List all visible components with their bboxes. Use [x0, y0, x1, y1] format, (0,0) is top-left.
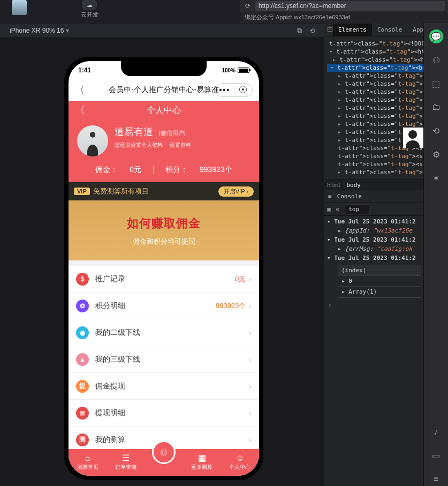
copy-icon[interactable]: ⧉ — [297, 26, 302, 35]
link-icon[interactable]: ⟲ — [429, 124, 443, 138]
status-battery: 100% — [222, 68, 249, 73]
app-back-icon[interactable]: 〈 — [74, 102, 86, 118]
menu-item-4[interactable]: 提佣金提现› — [69, 373, 259, 400]
url-text: http://cs1.ysef.cn/?ac=member — [259, 2, 346, 10]
promo-banner[interactable]: 如何赚取佣金 佣金和积分均可提现 — [69, 200, 259, 260]
tabbar-label: 测算首页 — [77, 463, 98, 471]
mp-capsule[interactable]: ••• — [215, 83, 253, 97]
chevron-right-icon: › — [249, 302, 252, 310]
box-icon[interactable]: ⬚ — [429, 77, 443, 91]
menu-icon: $ — [76, 273, 89, 286]
menu-label: 积分明细 — [95, 301, 125, 311]
star-icon[interactable]: ✶ — [429, 171, 443, 185]
points-value: 993923个 — [200, 165, 232, 175]
menu-icon: 测 — [76, 433, 89, 446]
menu-label: 提现明细 — [95, 408, 125, 418]
chevron-right-icon: › — [249, 355, 252, 364]
tabbar-center-button[interactable]: ☺ — [152, 440, 176, 464]
tabbar: ☺ ⌂测算首页☰订单查询▦更多测算☺个人中心 — [69, 449, 259, 476]
console-stop-icon[interactable]: ⊘ — [336, 205, 340, 213]
project-thumb[interactable] — [12, 0, 27, 15]
menu-label: 我的二级下线 — [95, 328, 140, 338]
url-bar: ⟳ http://cs1.ysef.cn/?ac=member — [240, 0, 448, 12]
console-context[interactable]: top — [345, 204, 369, 214]
vip-bar[interactable]: VIP 免费测算所有项目 开启VIP › — [69, 182, 259, 200]
tabbar-item-0[interactable]: ⌂测算首页 — [69, 449, 107, 476]
commission-value: 0元 — [130, 165, 141, 175]
promo-title: 如何赚取佣金 — [69, 215, 259, 231]
profile-name: 道易有道 — [115, 126, 153, 137]
points-label: 积分： — [165, 165, 188, 175]
status-time: 1:41 — [78, 66, 91, 74]
breadcrumb-html[interactable]: html — [327, 181, 341, 189]
appid-line: 绑定公众号 Appid: wx13acf26e1e6933ef — [240, 12, 448, 23]
chevron-right-icon: › — [249, 436, 252, 444]
cloud-icon: ☁ — [82, 0, 97, 10]
phone-icon[interactable]: ▭ — [429, 448, 443, 462]
menu-item-1[interactable]: ✿积分明细993923个› — [69, 293, 259, 319]
console-menu-icon[interactable]: ≡ — [328, 192, 332, 200]
profile-tag: [微信用户] — [158, 130, 185, 136]
folder-icon[interactable]: 🗀 — [429, 100, 443, 114]
console-clear-icon[interactable]: ▣ — [327, 205, 331, 213]
tabbar-icon: ▦ — [198, 454, 206, 462]
menu-icon: 提 — [76, 380, 89, 393]
menu-icon: ≣ — [76, 407, 89, 420]
tabbar-label: 订单查询 — [115, 463, 136, 471]
menu-item-5[interactable]: ≣提现明细› — [69, 400, 259, 427]
console-body[interactable]: ▾ Tue Jul 25 2023 01:41:2▸ {appId: "wx13… — [324, 216, 423, 311]
tab-console[interactable]: Console — [372, 24, 407, 36]
dom-tree[interactable]: t-attr">class="t-tag"><!DOCTYPE html>t-a… — [324, 36, 423, 180]
tabbar-item-1[interactable]: ☰订单查询 — [107, 449, 145, 476]
chat-icon[interactable]: 💬 — [429, 29, 443, 43]
avatar[interactable] — [77, 125, 108, 156]
promo-sub: 佣金和积分均可提现 — [69, 237, 259, 246]
menu-icon: ◉ — [76, 326, 89, 339]
music-icon[interactable]: ♪ — [429, 425, 443, 439]
tabbar-item-4[interactable]: ☺个人中心 — [221, 449, 259, 476]
floating-avatar[interactable] — [403, 128, 423, 148]
activity-bar: 💬 ⚇ ⬚ 🗀 ⟲ ⚙ ✶ ♪ ▭ ≡ — [423, 23, 448, 486]
dom-breadcrumb[interactable]: htmlbody — [324, 180, 423, 190]
capsule-menu-icon[interactable]: ••• — [216, 86, 234, 94]
menu-label: 我的测算 — [95, 435, 125, 445]
menu-value: 0元 — [235, 274, 246, 284]
vip-open-button[interactable]: 开启VIP › — [218, 186, 254, 197]
rotate-icon[interactable]: ⟲ — [309, 27, 315, 35]
tab-elements[interactable]: Elements — [333, 24, 372, 36]
chevron-right-icon: › — [249, 275, 252, 283]
cloud-dev-button[interactable]: ☁ 云开发 — [79, 0, 100, 21]
capsule-close-icon[interactable] — [234, 86, 253, 95]
menu-label: 推广记录 — [95, 274, 125, 284]
chevron-right-icon: › — [249, 409, 252, 417]
app-title: 个人中心 — [147, 105, 181, 116]
device-picker[interactable]: iPhone XR 90% 16 — [10, 27, 69, 34]
more-icon[interactable]: ≡ — [429, 472, 443, 486]
menu-item-3[interactable]: ▲我的三级下线› — [69, 346, 259, 373]
tabbar-icon: ⌂ — [85, 454, 90, 462]
tabbar-label: 更多测算 — [191, 463, 212, 471]
console-header: Console — [337, 192, 362, 200]
menu-label: 佣金提现 — [95, 382, 125, 391]
tabbar-icon: ☰ — [122, 454, 130, 462]
menu-label: 我的三级下线 — [95, 355, 140, 364]
tabbar-item-3[interactable]: ▦更多测算 — [183, 449, 221, 476]
menu-item-2[interactable]: ◉我的二级下线› — [69, 319, 259, 346]
inspect-icon[interactable]: ⮹ — [327, 26, 333, 34]
vip-text: 免费测算所有项目 — [93, 186, 149, 196]
mp-back-icon[interactable]: 〈 — [75, 84, 85, 96]
menu-icon: ✿ — [76, 300, 89, 312]
url-input[interactable]: http://cs1.ysef.cn/?ac=member — [255, 1, 445, 11]
profile-tip: 您还未设置个人资料 — [115, 142, 163, 148]
vip-badge: VIP — [74, 188, 90, 195]
menu-value: 993923个 — [216, 301, 246, 311]
menu-item-0[interactable]: $推广记录0元› — [69, 266, 259, 293]
cloud-label: 云开发 — [79, 11, 100, 19]
edit-profile-link[interactable]: 设置资料 — [170, 142, 191, 148]
reload-icon[interactable]: ⟳ — [240, 2, 255, 10]
people-icon[interactable]: ⚇ — [429, 53, 443, 67]
bug-icon[interactable]: ⚙ — [429, 147, 443, 161]
breadcrumb-body[interactable]: body — [347, 181, 361, 189]
mp-title: 会员中-个人推广分销中心-易算准 — [109, 85, 218, 95]
menu-icon: ▲ — [76, 353, 89, 366]
